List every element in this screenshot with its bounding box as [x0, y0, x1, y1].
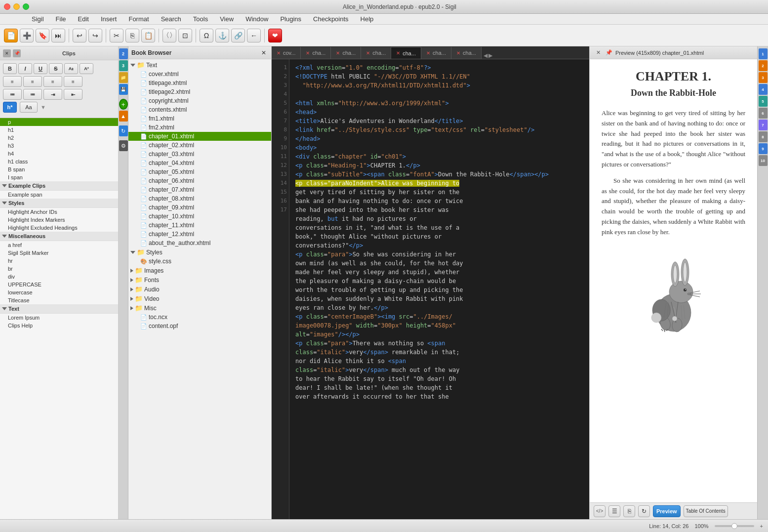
clips-group-example-clips[interactable]: Example Clips [0, 181, 118, 191]
right-num-2[interactable]: 2 [759, 60, 768, 71]
back-button[interactable]: ← [247, 29, 261, 42]
next-button[interactable]: ⏭ [51, 29, 65, 42]
superscript-button[interactable]: A² [80, 63, 93, 74]
right-num-3[interactable]: 3 [759, 72, 768, 83]
tab-close-icon[interactable]: ✕ [426, 50, 430, 56]
right-num-8[interactable]: 8 [759, 131, 768, 142]
zoom-slider[interactable] [715, 525, 754, 527]
right-num-5[interactable]: 5 [759, 96, 768, 107]
tab-cover[interactable]: ✕ cov... [272, 47, 301, 59]
clips-item-lowercase[interactable]: lowercase [0, 288, 118, 296]
new-file-button[interactable]: 📄 [4, 29, 18, 42]
underline-button[interactable]: U [34, 63, 47, 74]
copy-button[interactable]: ⎘ [125, 29, 139, 42]
clips-item-hr[interactable]: hr [0, 257, 118, 265]
right-num-7[interactable]: 7 [759, 120, 768, 130]
clips-item-h2[interactable]: h2 [0, 134, 118, 142]
menu-edit[interactable]: Edit [76, 15, 91, 23]
minimize-button[interactable] [13, 3, 20, 10]
clips-item-highlight-index[interactable]: Highlight Index Markers [0, 216, 118, 224]
code-editor[interactable]: 1 2 3 4 5 6 7 8 9 10 11 12 13 14 15 16 1… [272, 59, 589, 519]
clips-item-p[interactable]: p [0, 118, 118, 126]
bold-button[interactable]: B [3, 63, 17, 74]
right-num-1[interactable]: 1 [759, 48, 768, 59]
clips-item-bspan[interactable]: B span [0, 165, 118, 173]
outdent-button[interactable]: ⇤ [64, 89, 82, 100]
strikethrough-button[interactable]: S [49, 63, 63, 74]
clips-item-h4[interactable]: h4 [0, 150, 118, 158]
anchor-button[interactable]: ⚓ [215, 29, 229, 42]
clips-item-titlecase[interactable]: Titlecase [0, 296, 118, 304]
folder-video[interactable]: 📁 Video [128, 294, 271, 303]
font-expand-button[interactable]: ▼ [40, 104, 46, 110]
maximize-button[interactable] [23, 3, 29, 10]
tab-close-icon[interactable]: ✕ [336, 50, 340, 56]
preview-pin-btn[interactable]: 📌 [605, 48, 613, 57]
file-chapter09[interactable]: 📄 chapter_09.xhtml [128, 203, 271, 212]
file-style-css[interactable]: 🎨 style.css [128, 257, 271, 266]
bookmark-button[interactable]: 🔖 [36, 29, 49, 42]
side-gear-btn[interactable]: ⚙ [119, 140, 128, 151]
folder-audio[interactable]: 📁 Audio [128, 285, 271, 294]
tab-cha5[interactable]: ✕ cha... [421, 47, 451, 59]
indent-button[interactable]: ⇥ [43, 89, 62, 100]
menu-search[interactable]: Search [159, 15, 183, 23]
clips-pin-btn[interactable]: 📌 [13, 49, 21, 57]
clips-item-br[interactable]: br [0, 265, 118, 273]
file-contents[interactable]: 📄 contents.xhtml [128, 105, 271, 114]
file-chapter06[interactable]: 📄 chapter_06.xhtml [128, 176, 271, 185]
preview-refresh-btn[interactable]: ↻ [638, 505, 650, 517]
zoom-slider-thumb[interactable] [731, 523, 737, 529]
file-titlepage2[interactable]: 📄 titlepage2.xhtml [128, 87, 271, 96]
file-copyright[interactable]: 📄 copyright.xhtml [128, 96, 271, 105]
tab-close-icon[interactable]: ✕ [277, 50, 281, 56]
menu-checkpoints[interactable]: Checkpoints [311, 15, 351, 23]
preview-tab-btn[interactable]: Preview [653, 505, 681, 517]
side-num-2[interactable]: 2 [119, 48, 128, 59]
close-button[interactable] [4, 3, 10, 10]
undo-button[interactable]: ↩ [73, 29, 86, 42]
tab-close-icon[interactable]: ✕ [396, 50, 400, 56]
clips-group-styles[interactable]: Styles [0, 199, 118, 208]
align-left-button[interactable]: ≡ [3, 76, 22, 87]
side-num-folder[interactable]: 📁 [119, 72, 128, 83]
tab-nav-right[interactable]: ▶ [488, 52, 492, 59]
file-chapter11[interactable]: 📄 chapter_11.xhtml [128, 221, 271, 230]
align-right-button[interactable]: ≡ [43, 76, 62, 87]
clips-item-h1class[interactable]: h1 class [0, 158, 118, 165]
font-size-button[interactable]: Aa [20, 102, 38, 113]
menu-tools[interactable]: Tools [191, 15, 210, 23]
add-button[interactable]: ➕ [20, 29, 34, 42]
clips-item-clips-help[interactable]: Clips Help [0, 322, 118, 329]
clips-item-h1[interactable]: h1 [0, 126, 118, 134]
side-num-3[interactable]: 3 [119, 60, 128, 71]
side-refresh-btn[interactable]: ↻ [119, 125, 128, 136]
italic-button[interactable]: I [18, 63, 32, 74]
tab-cha4[interactable]: ✕ cha... [391, 47, 421, 59]
clips-item-ispan[interactable]: I span [0, 173, 118, 181]
clips-group-misc[interactable]: Miscellaneous [0, 232, 118, 241]
clips-item-ahref[interactable]: a href [0, 241, 118, 249]
menu-help[interactable]: Help [359, 15, 376, 23]
clips-item-sigil-split[interactable]: Sigil Split Marker [0, 249, 118, 257]
menu-insert[interactable]: Insert [99, 15, 119, 23]
paste-button[interactable]: 📋 [141, 29, 155, 42]
file-content-opf[interactable]: 📄 content.opf [128, 322, 271, 330]
tab-cha3[interactable]: ✕ cha... [361, 47, 391, 59]
preview-list-btn[interactable]: ☰ [608, 505, 620, 517]
preview-code-btn[interactable]: </> [594, 505, 606, 517]
folder-styles[interactable]: 📁 Styles [128, 247, 271, 257]
tab-close-icon[interactable]: ✕ [366, 50, 370, 56]
folder-fonts[interactable]: 📁 Fonts [128, 275, 271, 285]
tab-close-icon[interactable]: ✕ [306, 50, 310, 56]
right-num-4[interactable]: 4 [759, 84, 768, 95]
subscript-button[interactable]: A₂ [64, 63, 78, 74]
file-chapter05[interactable]: 📄 chapter_05.xhtml [128, 167, 271, 176]
file-chapter10[interactable]: 📄 chapter_10.xhtml [128, 212, 271, 221]
clips-item-div[interactable]: div [0, 273, 118, 281]
redo-button[interactable]: ↪ [88, 29, 102, 42]
file-cover[interactable]: 📄 cover.xhtml [128, 70, 271, 79]
preview-close-btn[interactable]: ✕ [594, 48, 603, 57]
file-chapter01[interactable]: 📄 chapter_01.xhtml [128, 132, 271, 141]
cut-button[interactable]: ✂ [110, 29, 123, 42]
